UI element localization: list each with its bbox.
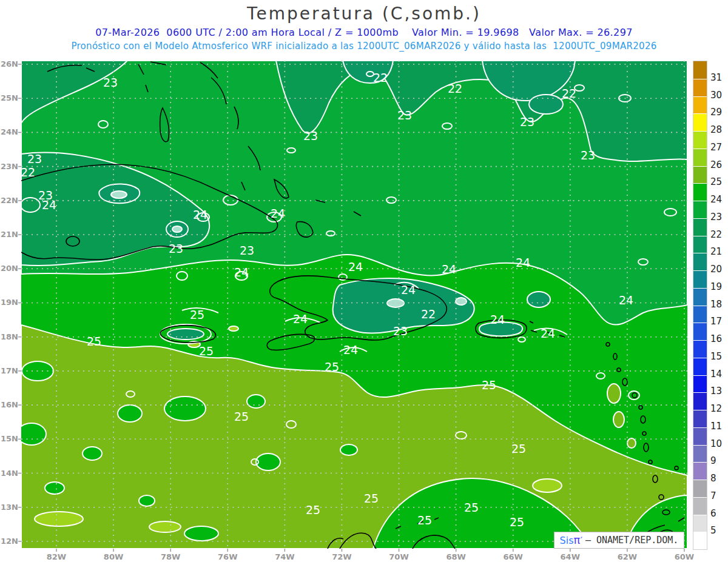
colorbar-tick-label: 26 bbox=[710, 161, 728, 170]
contour-label: 25 bbox=[417, 515, 432, 526]
lon-tick-label: 80W bbox=[100, 552, 127, 561]
lon-tick-label: 74W bbox=[271, 552, 298, 561]
colorbar-segment bbox=[693, 358, 707, 375]
watermark-sis: Sis bbox=[560, 535, 574, 546]
contour-label: 25 bbox=[510, 517, 524, 528]
colorbar-segment bbox=[693, 340, 707, 358]
colorbar-segment bbox=[693, 131, 707, 149]
lat-tick-label: 17N bbox=[1, 366, 18, 375]
colorbar-tick-label: 13 bbox=[710, 387, 728, 396]
colorbar-segment bbox=[693, 375, 707, 393]
contour-label: 23 bbox=[169, 243, 183, 255]
contour-label: 25 bbox=[306, 504, 320, 516]
colorbar-segment bbox=[693, 149, 707, 166]
watermark-pi-accent: ´ bbox=[579, 536, 583, 545]
colorbar-segment bbox=[693, 497, 707, 515]
colorbar-segment bbox=[693, 270, 707, 288]
contour-label: 22 bbox=[448, 83, 462, 95]
colorbar-tick-label: 29 bbox=[710, 108, 728, 117]
colorbar-tick-label: 25 bbox=[710, 178, 728, 187]
lat-tick-label: 25N bbox=[1, 93, 18, 102]
contour-label: 24 bbox=[516, 257, 530, 269]
colorbar-tick-label: 22 bbox=[710, 230, 728, 239]
contour-label: 24 bbox=[401, 284, 416, 296]
lat-tick-label: 19N bbox=[1, 298, 18, 307]
colorbar-segment bbox=[693, 96, 707, 114]
colorbar-tick-label: 31 bbox=[710, 73, 728, 82]
contour-label: 24 bbox=[442, 264, 456, 275]
colorbar-tick-label: 7 bbox=[710, 492, 728, 501]
contour-label: 22 bbox=[21, 167, 35, 178]
lon-tick-label: 64W bbox=[557, 552, 584, 561]
colorbar-tick-label: 24 bbox=[710, 195, 728, 204]
contour-label: 24 bbox=[541, 328, 555, 340]
colorbar-tick-label: 20 bbox=[710, 265, 728, 274]
colorbar-tick-label: 11 bbox=[710, 422, 728, 431]
colorbar-tick-label: 17 bbox=[710, 317, 728, 326]
colorbar-tick-label: 18 bbox=[710, 300, 728, 309]
colorbar-tick-label: 5 bbox=[710, 526, 728, 535]
lon-tick-label: 66W bbox=[500, 552, 527, 561]
colorbar-tick-label: 19 bbox=[710, 283, 728, 292]
contour-label: 24 bbox=[42, 199, 56, 211]
lon-tick-label: 60W bbox=[671, 552, 698, 561]
colorbar-tick-label: 16 bbox=[710, 335, 728, 344]
lat-tick-label: 20N bbox=[1, 264, 18, 273]
colorbar-tick-label: 10 bbox=[710, 440, 728, 449]
lon-tick-label: 62W bbox=[614, 552, 641, 561]
colorbar-segment bbox=[693, 201, 707, 218]
contour-label: 24 bbox=[348, 261, 363, 273]
lon-tick-label: 70W bbox=[386, 552, 413, 561]
contour-label: 23 bbox=[27, 153, 42, 165]
colorbar-segment bbox=[693, 515, 707, 532]
lat-tick-label: 14N bbox=[1, 469, 18, 478]
colorbar-segment bbox=[693, 445, 707, 463]
colorbar-segment bbox=[693, 288, 707, 306]
contour-label: 23 bbox=[393, 326, 408, 337]
contour-label: 24 bbox=[619, 295, 633, 306]
colorbar-tick-label: 21 bbox=[710, 247, 728, 256]
colorbar bbox=[693, 61, 707, 550]
watermark-box: Sisπ´— ONAMET/REP.DOM. bbox=[554, 532, 684, 549]
colorbar-segment bbox=[693, 306, 707, 323]
lat-tick-label: 16N bbox=[1, 400, 18, 409]
colorbar-tick-label: 8 bbox=[710, 474, 728, 483]
colorbar-segment bbox=[693, 183, 707, 201]
weather-map-figure: Temperatura (C,somb.) 07-Mar-2026 0600 U… bbox=[0, 0, 728, 562]
colorbar-tick-label: 9 bbox=[710, 457, 728, 466]
lon-tick-label: 78W bbox=[157, 552, 184, 561]
lat-tick-label: 13N bbox=[1, 503, 18, 512]
contour-label: 23 bbox=[581, 150, 595, 161]
contour-label: 25 bbox=[190, 309, 204, 321]
lat-tick-label: 21N bbox=[1, 230, 18, 239]
colorbar-tick-label: 15 bbox=[710, 352, 728, 361]
colorbar-segment bbox=[693, 253, 707, 270]
colorbar-segment bbox=[693, 427, 707, 445]
lon-tick-label: 68W bbox=[443, 552, 470, 561]
lat-tick-label: 24N bbox=[1, 127, 18, 136]
contour-label: 25 bbox=[364, 493, 379, 504]
contour-label: 25 bbox=[199, 346, 214, 357]
watermark-agency: — ONAMET/REP.DOM. bbox=[585, 535, 679, 546]
colorbar-tick-label: 27 bbox=[710, 143, 728, 152]
contour-label: 24 bbox=[271, 208, 285, 219]
contour-label: 25 bbox=[87, 336, 101, 347]
contour-label: 23 bbox=[240, 245, 254, 256]
colorbar-tick-label: 6 bbox=[710, 509, 728, 518]
contour-label: 25 bbox=[482, 380, 496, 391]
lat-tick-label: 18N bbox=[1, 332, 18, 341]
colorbar-segment bbox=[693, 113, 707, 131]
contour-label: 25 bbox=[325, 361, 339, 373]
colorbar-tick-label: 28 bbox=[710, 125, 728, 135]
contour-label: 23 bbox=[397, 110, 412, 121]
contour-label: 24 bbox=[293, 313, 308, 325]
colorbar-segment bbox=[693, 79, 707, 96]
contour-label: 23 bbox=[103, 77, 118, 89]
colorbar-tick-label: 12 bbox=[710, 404, 728, 413]
lat-tick-label: 26N bbox=[1, 59, 18, 69]
contour-label: 24 bbox=[343, 344, 358, 356]
colorbar-segment bbox=[693, 166, 707, 184]
contour-label: 25 bbox=[464, 502, 479, 513]
contour-label: 22 bbox=[421, 309, 436, 320]
colorbar-segment bbox=[693, 61, 707, 79]
